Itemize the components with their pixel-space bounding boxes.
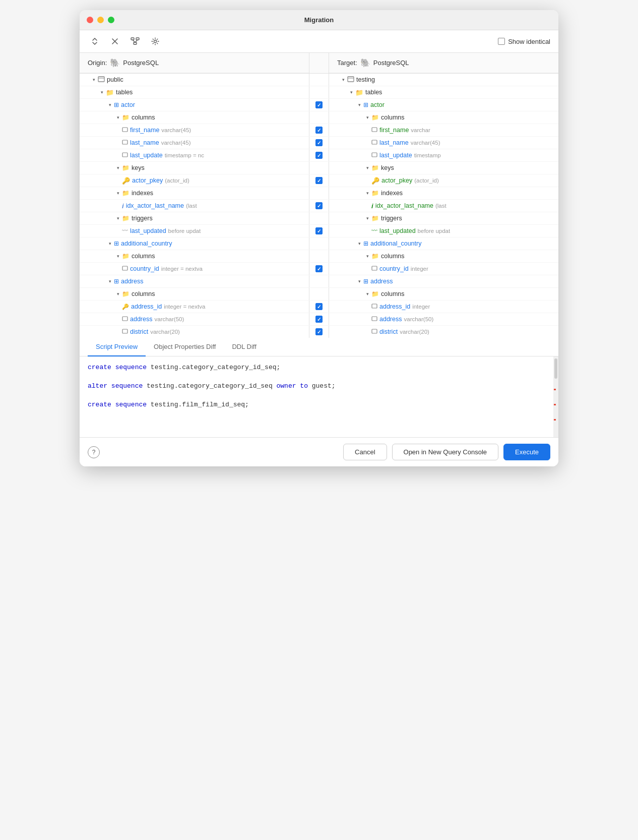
target-schema-chevron[interactable]: ▾ [339,76,347,84]
svg-rect-20 [372,304,377,308]
settings-button[interactable] [148,34,162,48]
close-button[interactable] [87,17,93,23]
address-cols-chevron[interactable]: ▾ [114,290,122,298]
target-actor-item[interactable]: ▾ ⊞ actor [337,99,558,110]
origin-schema-chevron[interactable]: ▾ [90,76,98,84]
target-col-icon-6 [371,328,377,336]
target-trigger-item[interactable]: 〰 last_updated before updat [337,225,558,236]
pk-col-icon: 🔑 [122,304,129,310]
idx-checkbox[interactable] [315,202,323,209]
help-button[interactable]: ? [88,446,100,458]
show-identical-checkbox[interactable] [498,38,505,45]
show-identical-toggle[interactable]: Show identical [498,38,550,45]
target-keys-chevron[interactable]: ▾ [363,164,371,172]
origin-district-name: district [130,328,148,335]
origin-last-update-item[interactable]: last_update timestamp = nc [88,150,309,161]
target-district-item[interactable]: district varchar(20) [337,326,558,337]
origin-address-item[interactable]: ▾ ⊞ address [88,276,309,287]
target-actor-pkey-item[interactable]: 🔑 actor_pkey (actor_id) [337,175,558,186]
target-idx-item[interactable]: i idx_actor_last_name (last [337,200,558,211]
address-id-checkbox[interactable] [315,303,323,310]
target-tables-chevron[interactable]: ▾ [347,88,355,96]
code-content[interactable]: create sequence testing.category_categor… [80,356,558,437]
target-keys-folder: ▾ 📁 keys [337,162,558,173]
tab-obj-diff[interactable]: Object Properties Diff [146,338,224,356]
target-cols-chevron[interactable]: ▾ [363,113,371,122]
add-country-cols-row: ▾ 📁 columns ▾ 📁 columns [80,250,558,263]
kw-owner-1: owner [277,382,296,390]
target-address-id-item[interactable]: address_id integer [337,301,558,312]
origin-actor-item[interactable]: ▾ ⊞ actor [88,99,309,110]
target-tables-folder-icon: 📁 [355,89,363,96]
district-checkbox[interactable] [315,328,323,335]
origin-first-name-meta: varchar(45) [161,127,191,133]
actor-checkbox[interactable] [315,101,323,108]
col-icon-6 [122,328,128,336]
origin-address-col-item[interactable]: address varchar(50) [88,314,309,325]
tab-script-preview[interactable]: Script Preview [88,338,146,356]
indexes-chevron[interactable]: ▾ [114,189,122,197]
origin-first-name-item[interactable]: first_name varchar(45) [88,125,309,136]
target-address-chevron[interactable]: ▾ [355,277,363,285]
scrollbar-thumb[interactable] [554,358,557,379]
country-id-checkbox[interactable] [315,265,323,272]
open-query-button[interactable]: Open in New Query Console [392,444,498,460]
origin-add-country-cols-label: columns [132,253,155,260]
target-actor-chevron[interactable]: ▾ [355,101,363,109]
collapse-expand-button[interactable] [88,34,102,48]
svg-rect-14 [122,140,127,144]
add-country-chevron[interactable]: ▾ [106,239,114,248]
tab-ddl-diff[interactable]: DDL Diff [224,338,264,356]
actor-chevron[interactable]: ▾ [106,101,114,109]
origin-last-name: last_name [130,139,159,146]
target-last-update-item[interactable]: last_update timestamp [337,150,558,161]
execute-button[interactable]: Execute [503,444,550,460]
target-add-country-cols-chevron[interactable]: ▾ [363,252,371,260]
origin-district-item[interactable]: district varchar(20) [88,326,309,337]
address-col-checkbox[interactable] [315,316,323,323]
cancel-button[interactable]: Cancel [343,444,387,460]
target-country-id-item[interactable]: country_id integer [337,263,558,274]
scrollbar[interactable] [553,356,558,437]
target-triggers-chevron[interactable]: ▾ [363,214,371,222]
origin-idx-item[interactable]: i idx_actor_last_name (last [88,200,309,211]
target-address-cols-chevron[interactable]: ▾ [363,290,371,298]
keys-chevron[interactable]: ▾ [114,164,122,172]
cols-chevron[interactable]: ▾ [114,113,122,122]
triggers-chevron[interactable]: ▾ [114,214,122,222]
address-chevron[interactable]: ▾ [106,277,114,285]
add-country-cols-chevron[interactable]: ▾ [114,252,122,260]
target-actor-cols-folder: ▾ 📁 columns [337,112,558,123]
last-update-checkbox[interactable] [315,152,323,159]
maximize-button[interactable] [108,17,114,23]
target-add-country-item[interactable]: ▾ ⊞ additional_country [337,238,558,249]
address-mid [309,275,329,287]
show-identical-label: Show identical [508,38,550,45]
target-first-name-item[interactable]: first_name varchar [337,125,558,136]
target-address-col-item[interactable]: address varchar(50) [337,314,558,325]
origin-country-id-item[interactable]: country_id integer = nextva [88,263,309,274]
origin-add-country-item[interactable]: ▾ ⊞ additional_country [88,238,309,249]
trigger-checkbox[interactable] [315,227,323,234]
code-plain-4: testing.film_film_id_seq; [151,401,249,408]
last-name-checkbox[interactable] [315,139,323,146]
table-icon-2: ⊞ [114,240,119,247]
target-add-country-chevron[interactable]: ▾ [355,239,363,248]
minimize-button[interactable] [97,17,104,23]
actor-columns-row: ▾ 📁 columns ▾ 📁 columns [80,111,558,124]
target-last-name-item[interactable]: last_name varchar(45) [337,137,558,148]
origin-actor-pkey-item[interactable]: 🔑 actor_pkey (actor_id) [88,175,309,186]
first-name-checkbox[interactable] [315,127,323,134]
close-button[interactable] [108,34,122,48]
actor-pkey-checkbox[interactable] [315,177,323,184]
target-indexes-chevron[interactable]: ▾ [363,189,371,197]
target-address-item[interactable]: ▾ ⊞ address [337,276,558,287]
target-idx-icon: i [371,202,373,210]
origin-idx-name: idx_actor_last_name [126,202,184,209]
origin-last-name-item[interactable]: last_name varchar(45) [88,137,309,148]
origin-trigger-item[interactable]: 〰 last_updated before updat [88,225,309,236]
origin-address-id-item[interactable]: 🔑 address_id integer = nextva [88,301,309,312]
origin-tables-chevron[interactable]: ▾ [98,88,106,96]
diagram-button[interactable] [128,34,142,48]
target-triggers-label: triggers [381,215,402,222]
